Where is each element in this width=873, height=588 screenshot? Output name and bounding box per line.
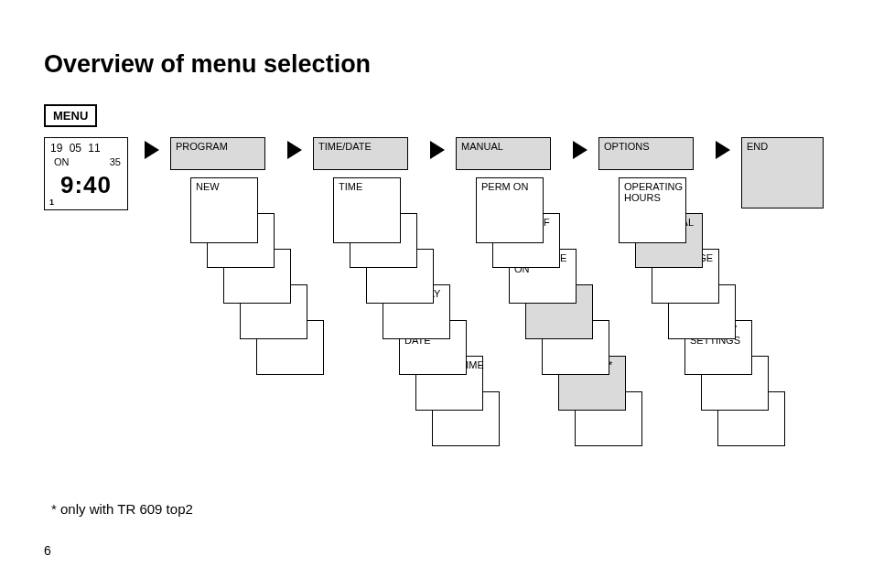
menu-end: END xyxy=(741,137,824,208)
submenu-item: PERM ON xyxy=(476,177,544,243)
arrow-icon xyxy=(145,141,159,159)
page-number: 6 xyxy=(44,543,51,558)
lcd-state: ON xyxy=(54,156,70,167)
lcd-display: 19 05 11 ON 35 9:40 1 xyxy=(44,137,128,210)
footnote: * only with TR 609 top2 xyxy=(51,501,193,517)
menu-program-label: PROGRAM xyxy=(176,141,228,152)
menu-options: OPTIONS xyxy=(598,137,694,170)
arrow-icon xyxy=(430,141,445,159)
submenu-item-label: OPERATING HOURS xyxy=(624,181,683,203)
menu-options-label: OPTIONS xyxy=(604,141,650,152)
menu-label: MENU xyxy=(44,104,97,127)
page-title: Overview of menu selection xyxy=(44,50,371,79)
lcd-channel: 1 xyxy=(49,198,54,207)
page: Overview of menu selection MENU 19 05 11… xyxy=(0,0,873,588)
menu-manual-label: MANUAL xyxy=(461,141,503,152)
menu-timedate-label: TIME/DATE xyxy=(318,141,372,152)
lcd-time: 9:40 xyxy=(45,171,127,199)
submenu-item: OPERATING HOURS xyxy=(619,177,686,243)
submenu-item-label: PERM ON xyxy=(481,181,528,192)
menu-timedate: TIME/DATE xyxy=(313,137,408,170)
menu-manual: MANUAL xyxy=(456,137,551,170)
submenu-item-label: TIME xyxy=(339,181,362,192)
menu-program: PROGRAM xyxy=(170,137,265,170)
lcd-date: 19 05 11 xyxy=(50,142,101,155)
arrow-icon xyxy=(716,141,730,159)
submenu-item: NEW xyxy=(190,177,258,243)
submenu-item-label: NEW xyxy=(196,181,220,192)
arrow-icon xyxy=(573,141,587,159)
submenu-item: TIME xyxy=(333,177,401,243)
menu-end-label: END xyxy=(747,141,768,152)
lcd-seconds: 35 xyxy=(110,156,121,167)
arrow-icon xyxy=(287,141,302,159)
